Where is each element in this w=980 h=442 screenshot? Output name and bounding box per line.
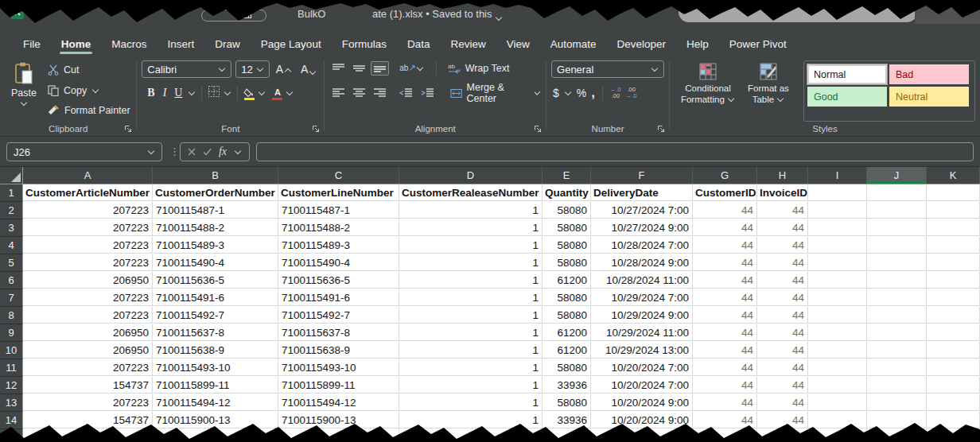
cell[interactable]: 1 <box>399 324 542 341</box>
cell[interactable]: 10/28/2024 9:00 <box>591 254 693 271</box>
cell[interactable]: 44 <box>693 254 757 271</box>
cell[interactable]: 61200 <box>542 324 591 341</box>
tab-help[interactable]: Help <box>678 37 718 50</box>
cell[interactable]: 58080 <box>542 254 591 271</box>
cell[interactable]: CustomerLineNumber <box>278 184 399 201</box>
row-header-4[interactable]: 4 <box>0 237 23 254</box>
align-bottom-button[interactable] <box>371 61 389 76</box>
cell[interactable] <box>867 342 927 359</box>
cell[interactable] <box>927 412 980 428</box>
cell[interactable] <box>399 429 542 442</box>
cell[interactable]: 1 <box>399 359 542 376</box>
alignment-dialog-launcher-icon[interactable] <box>534 125 542 133</box>
cell[interactable] <box>867 202 927 219</box>
clipboard-dialog-launcher-icon[interactable] <box>124 125 132 133</box>
cell[interactable]: 207223 <box>23 219 153 236</box>
cell[interactable]: 7100115899-11 <box>153 377 278 394</box>
cell[interactable] <box>927 272 980 289</box>
cell[interactable]: 58080 <box>542 289 591 306</box>
name-box[interactable]: J26 <box>6 142 162 161</box>
style-good[interactable]: Good <box>807 87 887 107</box>
cell[interactable] <box>867 359 927 376</box>
tab-automate[interactable]: Automate <box>542 37 605 50</box>
column-header-c[interactable]: C <box>278 167 399 184</box>
row-header-10[interactable]: 10 <box>0 342 23 359</box>
cell[interactable]: 61200 <box>542 272 591 289</box>
align-left-button[interactable] <box>329 86 348 100</box>
column-header-f[interactable]: F <box>591 167 693 184</box>
cell[interactable]: 7100115490-4 <box>153 254 278 271</box>
excel-logo-icon[interactable]: X <box>10 6 24 19</box>
tab-view[interactable]: View <box>498 37 539 50</box>
cell[interactable]: 44 <box>693 272 757 289</box>
tab-review[interactable]: Review <box>441 37 494 50</box>
cell[interactable] <box>927 394 980 411</box>
cell[interactable]: 58080 <box>542 359 591 376</box>
cell[interactable]: 44 <box>757 412 808 428</box>
cell[interactable]: 44 <box>693 307 757 324</box>
row-header-11[interactable]: 11 <box>0 359 23 377</box>
cell[interactable]: 7100115492-7 <box>278 307 399 324</box>
formula-bar-grip[interactable]: ⋮ <box>169 145 180 157</box>
currency-button[interactable]: $ <box>553 87 559 99</box>
cell[interactable]: 44 <box>757 219 808 236</box>
format-as-table-button[interactable]: Format as Table <box>738 60 799 122</box>
cell[interactable]: 206950 <box>23 272 153 289</box>
cell[interactable]: 58080 <box>542 394 591 411</box>
select-all-button[interactable] <box>0 167 23 184</box>
cell[interactable] <box>757 429 808 442</box>
cell[interactable] <box>542 429 591 442</box>
cell[interactable] <box>867 184 927 201</box>
cell[interactable]: 206950 <box>23 324 153 341</box>
cell[interactable] <box>867 412 927 428</box>
cell[interactable]: 154737 <box>23 412 153 428</box>
cell[interactable] <box>867 377 927 394</box>
cell[interactable]: 7100115493-10 <box>278 359 399 376</box>
cell[interactable] <box>927 429 980 442</box>
underline-button[interactable]: U <box>172 87 185 99</box>
cell[interactable]: 207223 <box>23 307 153 324</box>
cell[interactable]: 7100115489-3 <box>153 237 278 254</box>
cell[interactable]: 7100115638-9 <box>153 342 278 359</box>
cell[interactable]: 44 <box>757 254 808 271</box>
cell[interactable]: 10/20/2024 9:00 <box>591 412 693 428</box>
enter-check-icon[interactable] <box>203 148 212 156</box>
cell[interactable]: 7100115488-2 <box>278 219 399 236</box>
borders-button[interactable] <box>208 85 220 101</box>
cell[interactable] <box>867 272 927 289</box>
cell[interactable]: 44 <box>693 394 757 411</box>
cell[interactable]: 10/27/2024 9:00 <box>591 219 693 236</box>
cell[interactable]: 58080 <box>542 219 591 236</box>
cell[interactable]: 10/29/2024 9:00 <box>591 307 693 324</box>
cell[interactable]: 1 <box>399 307 542 324</box>
cell[interactable] <box>23 429 153 442</box>
cell[interactable]: 207223 <box>23 254 153 271</box>
borders-chevron-icon[interactable] <box>224 89 231 95</box>
wrap-text-button[interactable]: ab Wrap Text <box>448 63 510 74</box>
number-dialog-launcher-icon[interactable] <box>657 125 665 133</box>
cell[interactable]: 44 <box>757 289 808 306</box>
tab-developer[interactable]: Developer <box>609 37 675 50</box>
save-icon[interactable] <box>240 7 252 19</box>
increase-font-size-button[interactable]: A <box>274 63 294 76</box>
format-painter-button[interactable]: Format Painter <box>48 103 131 118</box>
search-box-fragment[interactable] <box>679 2 917 22</box>
row-header-12[interactable]: 12 <box>0 377 23 394</box>
align-middle-button[interactable] <box>350 61 368 76</box>
cell[interactable] <box>867 254 927 271</box>
cell[interactable] <box>927 184 980 201</box>
cell[interactable]: CustomerID <box>693 184 757 201</box>
tab-macros[interactable]: Macros <box>103 37 155 50</box>
cell[interactable]: 44 <box>757 324 808 341</box>
cell[interactable]: 44 <box>693 377 757 394</box>
cell[interactable]: 1 <box>399 289 542 306</box>
comma-button[interactable]: , <box>591 85 595 101</box>
cell[interactable]: 7100115900-13 <box>278 412 399 428</box>
cell[interactable]: 1 <box>399 237 542 254</box>
cell[interactable]: 10/20/2024 7:00 <box>591 377 693 394</box>
cell[interactable]: 7100115488-2 <box>153 219 278 236</box>
cell[interactable]: 44 <box>757 394 808 411</box>
cell[interactable]: 10/27/2024 7:00 <box>591 202 693 219</box>
cell[interactable]: 44 <box>693 289 757 306</box>
row-header-7[interactable]: 7 <box>0 289 23 307</box>
